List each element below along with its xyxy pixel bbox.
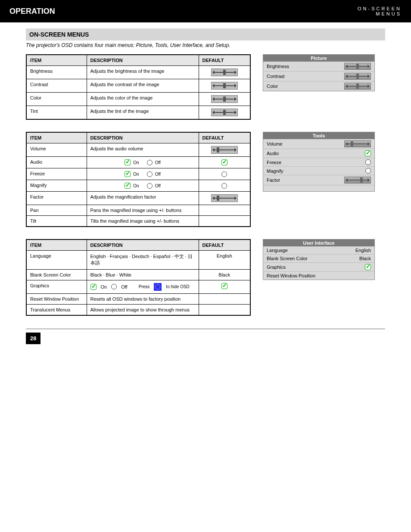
th-default: DEFAULT [199,132,250,143]
userinterface-osd: User Interface Language English Blank Sc… [263,239,375,280]
osd-row[interactable]: Brightness [263,62,374,72]
page-number: 28 [26,333,40,344]
osd-label: Brightness [267,64,289,69]
osd-label: Reset Window Position [267,273,315,278]
slider-icon [211,82,238,90]
th-desc: DESCRIPTION [87,132,199,143]
radio-icon[interactable] [365,159,371,165]
radio-icon [147,183,153,189]
osd-row[interactable]: Freeze [263,158,374,167]
osd-row[interactable]: Contrast [263,72,374,81]
osd-value: English [355,248,371,253]
check-icon[interactable] [365,264,371,270]
section-header: OPERATION ON-SCREEN MENUS [0,0,411,22]
check-icon[interactable] [365,150,371,156]
table-row: Blank Screen Color Black · Blue · White … [26,269,250,280]
tools-osd: Tools Volume Audio Freeze Magnify Factor [263,132,375,192]
table-row: Contrast Adjusts the contrast of the ima… [26,79,250,93]
osd-row[interactable]: Magnify [263,167,374,175]
check-icon [125,171,131,177]
osd-value: Black [359,256,371,261]
osd-label: Magnify [267,168,283,174]
radio-icon [111,284,117,289]
slider-icon [211,194,238,202]
check-icon [125,159,131,165]
slider-icon [211,68,238,76]
table-row: Audio On Off [26,157,250,168]
osd-title: User Interface [263,240,374,246]
osd-row[interactable]: Factor [263,175,374,185]
section-title: ON-SCREEN MENUS [26,28,385,40]
osd-label: Blank Screen Color [267,256,308,261]
check-icon [221,159,227,165]
table-row: Graphics On Off Press to hide OSD [26,280,250,293]
picture-osd: Picture Brightness Contrast Color [263,54,375,91]
osd-row[interactable]: Reset Window Position [263,272,374,280]
table-row: Pan Pans the magnified image using +/- b… [26,205,250,216]
slider-icon [211,109,238,116]
slider-icon[interactable] [344,63,371,70]
table-row: Language English · Français · Deutsch · … [26,251,250,270]
table-row: Freeze On Off [26,168,250,180]
osd-row[interactable]: Color [263,81,374,91]
osd-label: Freeze [267,160,281,165]
picture-section: ITEM DESCRIPTION DEFAULT Brightness Adju… [26,54,385,120]
radio-icon [221,183,227,189]
radio-icon [221,171,227,177]
page-footer: 28 [26,329,385,344]
table-row: Reset Window Position Resets all OSD win… [26,293,250,304]
header-title: OPERATION [9,7,55,16]
slider-icon[interactable] [344,177,371,184]
th-item: ITEM [26,240,87,251]
check-icon [125,183,131,189]
th-desc: DESCRIPTION [87,240,199,251]
slider-icon[interactable] [344,140,371,147]
slider-icon[interactable] [344,83,371,90]
radio-icon [147,171,153,177]
ui-table: ITEM DESCRIPTION DEFAULT Language Englis… [26,239,251,316]
osd-spacer [263,185,374,191]
table-row: Tint Adjusts the tint of the image [26,106,250,120]
osd-row[interactable]: Blank Screen Color Black [263,255,374,263]
slider-icon [211,146,238,154]
slider-icon[interactable] [344,73,371,80]
table-row: Tilt Tilts the magnified image using +/-… [26,216,250,227]
osd-label: Audio [267,151,279,156]
table-row: Volume Adjusts the audio volume [26,143,250,157]
osd-title: Picture [263,55,374,62]
osd-row[interactable]: Graphics [263,263,374,272]
radio-icon [147,160,153,165]
header-subtitle: ON-SCREEN MENUS [358,6,402,16]
table-row: Translucent Menus Allows projected image… [26,304,250,315]
osd-label: Factor [267,177,280,183]
table-row: Brightness Adjusts the brightness of the… [26,66,250,79]
ui-section: ITEM DESCRIPTION DEFAULT Language Englis… [26,239,385,316]
radio-icon[interactable] [365,168,371,174]
table-row: Factor Adjusts the magnification factor [26,192,250,205]
osd-row[interactable]: Language English [263,246,374,255]
th-item: ITEM [26,55,87,66]
osd-row[interactable]: Volume [263,139,374,149]
osd-row[interactable]: Audio [263,149,374,158]
osd-label: Color [267,84,278,89]
tools-section: ITEM DESCRIPTION DEFAULT Volume Adjusts … [26,132,385,227]
menu-button-icon [154,283,162,291]
picture-table: ITEM DESCRIPTION DEFAULT Brightness Adju… [26,54,251,120]
table-row: Magnify On Off [26,180,250,192]
th-default: DEFAULT [199,240,250,251]
check-icon [90,284,97,290]
section-intro: The projector's OSD contains four main m… [26,42,385,48]
osd-title: Tools [263,132,374,139]
slider-icon [211,95,238,103]
th-desc: DESCRIPTION [87,55,199,66]
table-row: Color Adjusts the color of the image [26,93,250,106]
th-item: ITEM [26,132,87,143]
osd-label: Graphics [267,264,286,270]
check-icon [221,283,227,289]
osd-label: Volume [267,141,283,146]
tools-table: ITEM DESCRIPTION DEFAULT Volume Adjusts … [26,132,251,227]
th-default: DEFAULT [199,55,250,66]
osd-label: Contrast [267,74,285,79]
osd-label: Language [267,248,288,253]
